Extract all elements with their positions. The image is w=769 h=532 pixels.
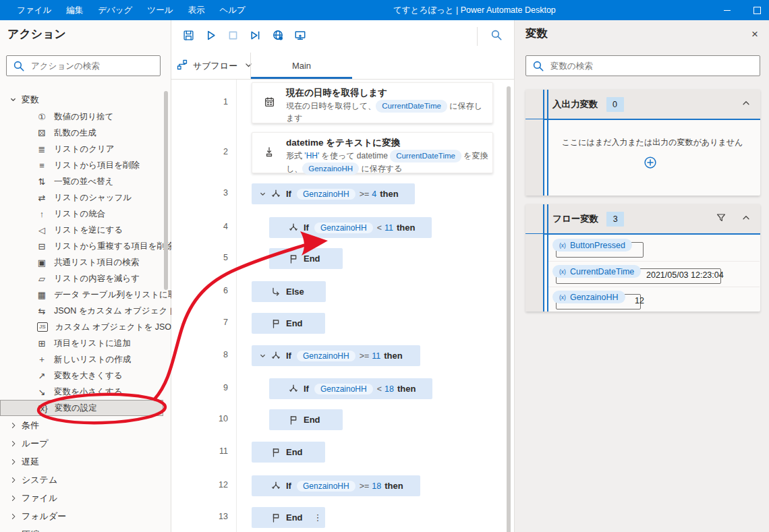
action-item-0-10[interactable]: ▱リストの内容を減らす (0, 270, 171, 287)
variable-token: GenzainoHH (302, 162, 359, 175)
action-group-6[interactable]: フォルダー (0, 507, 171, 525)
variable-pill[interactable]: (x)ButtonPressed (552, 239, 632, 252)
menu-item-2[interactable]: デバッグ (90, 0, 140, 20)
action-item-0-13[interactable]: JSカスタム オブジェクトを JSON に... (0, 319, 171, 335)
operator: >= (360, 189, 370, 199)
stop-icon (227, 30, 239, 44)
collapse-chevron-icon[interactable] (741, 98, 751, 111)
menu-item-3[interactable]: ツール (140, 0, 180, 20)
action-group-5[interactable]: ファイル (0, 489, 171, 507)
action-group-1[interactable]: 条件 (0, 416, 171, 434)
variable-name: ButtonPressed (570, 241, 625, 250)
io-variables-card: 入出力変数 0 ここにはまだ入力または出力の変数がありません (525, 90, 760, 196)
flow-end-block-13[interactable]: End⋮ (252, 507, 325, 528)
desktop-recorder-button[interactable] (289, 26, 311, 47)
action-item-0-0[interactable]: ①数値の切り捨て (0, 109, 171, 125)
end-flag-icon (270, 447, 281, 458)
action-item-0-8[interactable]: ⊟リストから重複する項目を削除 (0, 238, 171, 254)
variables-search-box[interactable] (525, 55, 760, 76)
action-group-4[interactable]: システム (0, 471, 171, 489)
action-item-0-15[interactable]: ＋新しいリストの作成 (0, 351, 171, 367)
tab-main[interactable]: Main (251, 53, 352, 79)
flow-search-button[interactable] (483, 26, 510, 47)
action-item-0-16[interactable]: ↗変数を大きくする (0, 367, 171, 384)
subflows-dropdown[interactable]: サブフロー (177, 53, 253, 79)
run-next-action-button[interactable] (244, 26, 266, 47)
action-item-0-18[interactable]: {x}変数の設定 (0, 400, 163, 416)
line-number-6: 6 (209, 286, 228, 295)
operand-value: 4 (372, 189, 376, 199)
menu-item-5[interactable]: ヘルプ (212, 0, 252, 20)
action-item-0-12[interactable]: ⇆JSON をカスタム オブジェクトに変... (0, 303, 171, 319)
variables-search-input[interactable] (549, 61, 760, 71)
expand-chevron-icon[interactable] (259, 350, 266, 362)
action-item-0-14[interactable]: ⊞項目をリストに追加 (0, 335, 171, 351)
flow-if-block-9[interactable]: IfGenzainoHH<18then (269, 378, 432, 399)
action-item-0-7[interactable]: ◁リストを逆にする (0, 222, 171, 238)
variable-token: GenzainoHH (297, 481, 355, 492)
flow-end-block-7[interactable]: End (252, 313, 325, 334)
io-variables-title: 入出力変数 (552, 98, 598, 111)
minimize-button[interactable] (712, 0, 742, 20)
chevron-down-icon (9, 96, 19, 103)
action-item-0-11[interactable]: ▦データ テーブル列をリストに取得 (0, 287, 171, 303)
flow-end-block-10[interactable]: End (269, 409, 343, 430)
actions-search-box[interactable] (6, 55, 161, 76)
collapse-chevron-icon[interactable] (741, 213, 751, 225)
maximize-button[interactable] (742, 0, 769, 20)
stop-button[interactable] (222, 26, 244, 47)
menu-item-4[interactable]: 表示 (180, 0, 212, 20)
run-button[interactable] (200, 26, 222, 47)
flow-if-block-4[interactable]: IfGenzainoHH<11then (269, 217, 432, 238)
reverse-list-icon: ◁ (35, 225, 49, 235)
menu-item-0[interactable]: ファイル (9, 0, 59, 20)
save-button[interactable] (177, 26, 200, 47)
web-recorder-button[interactable] (266, 26, 289, 47)
flow-if-block-8[interactable]: IfGenzainoHH>=11then (252, 345, 420, 366)
line-number-12: 12 (209, 480, 228, 490)
action-item-0-9[interactable]: ▣共通リスト項目の検索 (0, 254, 171, 270)
action-item-label: 変数の設定 (55, 403, 97, 414)
actions-scrollbar[interactable] (164, 91, 168, 290)
action-item-0-1[interactable]: ⚄乱数の生成 (0, 125, 171, 141)
variable-pill[interactable]: (x)CurrentDateTime (552, 265, 641, 278)
variable-pill[interactable]: (x)GenzainoHH (552, 291, 625, 303)
actions-search-input[interactable] (30, 61, 160, 71)
remove-duplicates-icon: ⊟ (35, 241, 49, 252)
action-item-label: リストの統合 (54, 208, 105, 220)
flow-action-card-1[interactable]: 現在の日時を取得します現在の日時を取得して、CurrentDateTime に保… (252, 82, 493, 123)
flow-if-block-12[interactable]: IfGenzainoHH>=18then (252, 475, 420, 496)
calendar-icon (264, 96, 275, 111)
sort-list-icon: ⇅ (35, 177, 49, 187)
action-group-3[interactable]: 遅延 (0, 452, 171, 471)
title-bar: ファイル編集デバッグツール表示ヘルプ てすとろぼっと | Power Autom… (0, 0, 769, 20)
action-group-7[interactable]: 圧縮 (0, 525, 171, 532)
flow-else-block-6[interactable]: Else (252, 281, 326, 302)
expand-chevron-icon[interactable] (259, 188, 266, 200)
action-item-0-6[interactable]: ↑リストの統合 (0, 206, 171, 222)
flow-variables-header[interactable]: フロー変数 3 (525, 204, 760, 233)
add-io-variable-button[interactable] (525, 156, 769, 172)
action-group-label: 変数 (22, 94, 39, 106)
action-item-0-5[interactable]: ⇄リストのシャッフル (0, 189, 171, 206)
action-item-0-3[interactable]: ≡リストから項目を削除 (0, 157, 171, 173)
operator: >= (360, 351, 370, 361)
filter-icon[interactable] (716, 212, 727, 226)
action-item-0-2[interactable]: ≣リストのクリア (0, 141, 171, 157)
action-item-label: 項目をリストに追加 (54, 338, 131, 349)
action-group-0[interactable]: 変数 (0, 90, 171, 109)
flow-scrollbar[interactable] (507, 86, 511, 532)
action-item-0-17[interactable]: ↘変数を小さくする (0, 384, 171, 400)
io-variables-header[interactable]: 入出力変数 0 (525, 90, 760, 119)
flow-variable-row-0: (x)ButtonPressed (548, 235, 760, 261)
menu-item-1[interactable]: 編集 (59, 0, 90, 20)
flow-action-card-2[interactable]: datetime をテキストに変換形式 'HH' を使って datetime C… (252, 132, 493, 173)
action-group-2[interactable]: ループ (0, 434, 171, 452)
flow-if-block-3[interactable]: IfGenzainoHH>=4then (252, 183, 415, 204)
more-options-icon[interactable]: ⋮ (314, 512, 322, 523)
random-number-icon: ⚄ (35, 128, 49, 138)
flow-end-block-5[interactable]: End (269, 248, 343, 269)
close-icon[interactable]: × (747, 27, 762, 42)
flow-end-block-11[interactable]: End (252, 442, 325, 463)
action-item-0-4[interactable]: ⇅一覧の並べ替え (0, 173, 171, 189)
